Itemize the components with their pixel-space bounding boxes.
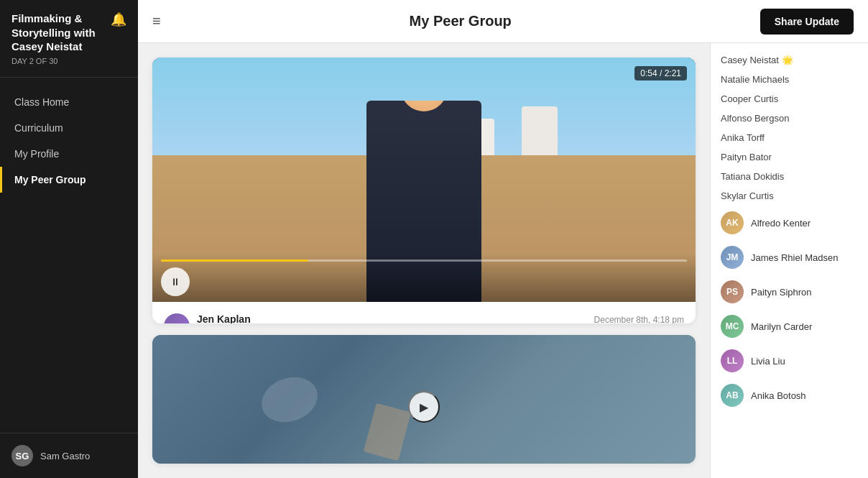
sidebar-item-my-peer-group[interactable]: My Peer Group	[0, 167, 138, 193]
main-content: ≡ My Peer Group Share Update	[138, 0, 868, 478]
progress-fill	[161, 259, 308, 262]
james-name: James Rhiel Madsen	[751, 252, 838, 263]
jen-comment-body: Jen Kaplan December 8th, 4:18 pm Does an…	[197, 313, 684, 323]
sidebar: Filmmaking & Storytelling with Casey Nei…	[0, 0, 138, 478]
anika-b-avatar: AB	[721, 384, 744, 407]
sidebar-item-class-home[interactable]: Class Home	[0, 89, 138, 115]
share-update-button[interactable]: Share Update	[760, 9, 854, 35]
video-player[interactable]: 0:54 / 2:21 ⏸	[152, 58, 696, 302]
panel-member-natalie[interactable]: Natalie Michaels	[711, 70, 868, 89]
post-card-1: 0:54 / 2:21 ⏸ JK J	[152, 58, 696, 323]
panel-member-skylar[interactable]: Skylar Curtis	[711, 186, 868, 206]
jen-comment-header: Jen Kaplan December 8th, 4:18 pm	[197, 313, 684, 323]
james-avatar: JM	[721, 246, 744, 269]
sidebar-footer: SG Sam Gastro	[0, 433, 138, 478]
panel-member-paityn-s[interactable]: PS Paityn Siphron	[711, 275, 868, 309]
jen-date: December 8th, 4:18 pm	[594, 315, 684, 323]
jen-name: Jen Kaplan	[197, 313, 251, 323]
panel-member-livia[interactable]: LL Livia Liu	[711, 344, 868, 378]
jen-avatar: JK	[164, 313, 190, 323]
anika-b-name: Anika Botosh	[751, 390, 806, 401]
user-name: Sam Gastro	[40, 451, 90, 461]
marilyn-name: Marilyn Carder	[751, 321, 812, 332]
feed-area: 0:54 / 2:21 ⏸ JK J	[138, 43, 868, 478]
feed-column: 0:54 / 2:21 ⏸ JK J	[138, 43, 710, 478]
page-title: My Peer Group	[161, 13, 760, 29]
video-timestamp: 0:54 / 2:21	[634, 66, 687, 81]
panel-member-alfonso[interactable]: Alfonso Bergson	[711, 109, 868, 128]
paityn-s-name: Paityn Siphron	[751, 287, 812, 298]
sidebar-nav: Class Home Curriculum My Profile My Peer…	[0, 78, 138, 433]
play-button-2[interactable]: ▶	[408, 391, 440, 423]
post-card-2: ▶	[152, 335, 696, 464]
panel-member-james[interactable]: JM James Rhiel Madsen	[711, 240, 868, 275]
panel-member-cooper[interactable]: Cooper Curtis	[711, 89, 868, 109]
paityn-s-avatar: PS	[721, 280, 744, 303]
panel-member-tatiana[interactable]: Tatiana Dokidis	[711, 167, 868, 186]
livia-avatar: LL	[721, 349, 744, 372]
panel-member-marilyn[interactable]: MC Marilyn Carder	[711, 309, 868, 344]
comments-section: JK Jen Kaplan December 8th, 4:18 pm Does…	[152, 302, 696, 323]
panel-member-paityn-b[interactable]: Paityn Bator	[711, 147, 868, 167]
sidebar-header: Filmmaking & Storytelling with Casey Nei…	[0, 0, 138, 78]
course-day: DAY 2 OF 30	[11, 57, 111, 65]
sidebar-item-my-profile[interactable]: My Profile	[0, 141, 138, 167]
topbar: ≡ My Peer Group Share Update	[138, 0, 868, 43]
right-panel: Casey Neistat 🌟 Natalie Michaels Cooper …	[710, 43, 868, 478]
sidebar-item-curriculum[interactable]: Curriculum	[0, 115, 138, 141]
pause-button[interactable]: ⏸	[161, 267, 190, 296]
video-controls: ⏸	[152, 254, 696, 302]
user-avatar: SG	[11, 445, 33, 466]
progress-bar[interactable]	[161, 259, 687, 262]
alfredo-avatar: AK	[721, 211, 744, 234]
comment-jen: JK Jen Kaplan December 8th, 4:18 pm Does…	[164, 313, 684, 323]
marilyn-avatar: MC	[721, 315, 744, 338]
panel-member-alfredo[interactable]: AK Alfredo Kenter	[711, 206, 868, 240]
bell-icon[interactable]: 🔔	[111, 12, 126, 27]
alfredo-name: Alfredo Kenter	[751, 218, 811, 229]
course-title: Filmmaking & Storytelling with Casey Nei…	[11, 12, 111, 54]
menu-icon[interactable]: ≡	[152, 13, 161, 29]
panel-member-anika-t[interactable]: Anika Torff	[711, 128, 868, 147]
panel-member-casey[interactable]: Casey Neistat 🌟	[711, 50, 868, 70]
livia-name: Livia Liu	[751, 356, 785, 367]
video-thumbnail-2[interactable]: ▶	[152, 335, 696, 464]
panel-member-anika-b[interactable]: AB Anika Botosh	[711, 378, 868, 413]
